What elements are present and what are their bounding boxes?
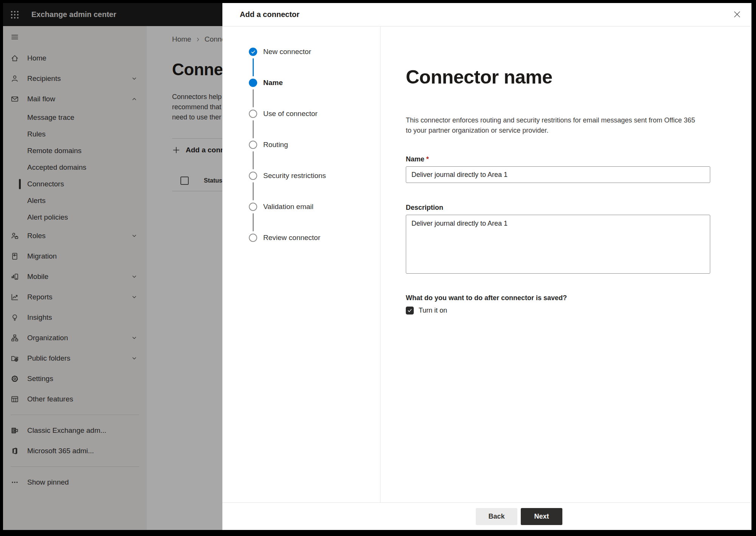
name-step-panel: Connector name This connector enforces r… bbox=[380, 26, 751, 502]
step-label: Name bbox=[263, 79, 283, 87]
checkmark-icon bbox=[407, 308, 412, 313]
connector-name-input[interactable] bbox=[406, 166, 710, 183]
next-button[interactable]: Next bbox=[521, 508, 562, 525]
name-label-text: Name bbox=[406, 155, 424, 163]
step-circle-upcoming bbox=[249, 172, 257, 180]
wizard-step-new-connector[interactable]: New connector bbox=[222, 48, 380, 79]
step-connector-line bbox=[253, 213, 254, 231]
step-circle-upcoming bbox=[249, 234, 257, 242]
wizard-step-review-connector: Review connector bbox=[222, 234, 380, 265]
screenshot-frame: Exchange admin center HomeRecipientsMail… bbox=[0, 0, 756, 536]
description-line: This connector enforces routing and secu… bbox=[406, 115, 710, 125]
step-connector-line bbox=[253, 151, 254, 169]
name-field-label: Name* bbox=[406, 155, 710, 163]
step-description: This connector enforces routing and secu… bbox=[406, 115, 710, 136]
turn-it-on-row: Turn it on bbox=[406, 307, 710, 314]
back-button[interactable]: Back bbox=[476, 508, 517, 525]
wizard-steps: New connectorNameUse of connectorRouting… bbox=[222, 26, 380, 502]
dialog-footer: Back Next bbox=[222, 502, 751, 530]
wizard-step-routing: Routing bbox=[222, 141, 380, 172]
after-save-question: What do you want to do after connector i… bbox=[406, 294, 710, 302]
connector-description-textarea[interactable]: Deliver journal directly to Area 1 bbox=[406, 215, 710, 274]
checkmark-icon bbox=[251, 50, 256, 54]
description-field-label: Description bbox=[406, 204, 710, 212]
step-circle-completed bbox=[249, 48, 257, 56]
step-label: Review connector bbox=[263, 234, 320, 242]
step-connector-line bbox=[253, 89, 254, 107]
step-label: Security restrictions bbox=[263, 172, 326, 180]
wizard-step-validation-email: Validation email bbox=[222, 203, 380, 234]
dialog-title: Add a connector bbox=[240, 10, 300, 19]
required-asterisk: * bbox=[426, 155, 429, 163]
step-label: Validation email bbox=[263, 203, 314, 211]
step-circle-current bbox=[249, 79, 257, 87]
turn-it-on-checkbox[interactable] bbox=[406, 307, 414, 314]
wizard-step-name[interactable]: Name bbox=[222, 79, 380, 110]
step-label: New connector bbox=[263, 48, 311, 56]
step-heading: Connector name bbox=[406, 66, 710, 88]
turn-it-on-label: Turn it on bbox=[419, 307, 447, 314]
step-label: Routing bbox=[263, 141, 288, 149]
step-connector-line bbox=[253, 58, 254, 76]
step-connector-line bbox=[253, 120, 254, 138]
step-circle-upcoming bbox=[249, 203, 257, 211]
dialog-header: Add a connector bbox=[222, 3, 751, 26]
step-circle-upcoming bbox=[249, 141, 257, 149]
app-window: Exchange admin center HomeRecipientsMail… bbox=[3, 3, 751, 530]
add-connector-dialog: Add a connector New connectorNameUse of … bbox=[222, 3, 751, 530]
wizard-step-use-of-connector: Use of connector bbox=[222, 110, 380, 141]
description-line: to your partner organization or service … bbox=[406, 125, 710, 136]
wizard-step-security-restrictions: Security restrictions bbox=[222, 172, 380, 203]
step-circle-upcoming bbox=[249, 110, 257, 118]
close-icon[interactable] bbox=[731, 8, 743, 20]
step-label: Use of connector bbox=[263, 110, 318, 118]
step-connector-line bbox=[253, 182, 254, 200]
